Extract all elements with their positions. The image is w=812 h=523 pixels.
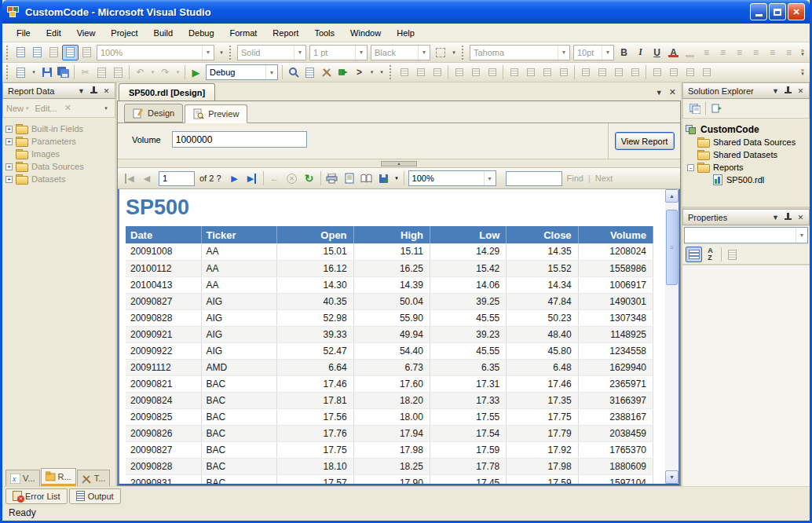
new-dropdown-icon[interactable]: ▾ <box>26 105 29 112</box>
window-position-icon[interactable]: ▼ <box>75 85 87 97</box>
close-panel-icon[interactable]: ✕ <box>795 85 807 97</box>
indent-button[interactable]: ≡ <box>781 45 797 60</box>
dock-tab-toolbox[interactable]: xV... <box>5 470 40 486</box>
cut-button[interactable]: ✂ <box>77 64 93 80</box>
align-lefts-icon[interactable] <box>396 64 412 80</box>
highlight-button[interactable] <box>682 45 698 60</box>
expand-icon[interactable]: + <box>5 126 13 133</box>
save-button[interactable] <box>38 64 55 80</box>
last-page-button[interactable]: ▶ <box>243 170 261 187</box>
document-tab-sp500[interactable]: SP500.rdl [Design] <box>119 83 215 101</box>
tree-item-reports[interactable]: -Reports <box>686 161 808 174</box>
toolbar-grip[interactable] <box>6 46 10 60</box>
align-bottoms-icon[interactable] <box>484 64 500 80</box>
paste-button[interactable] <box>110 64 126 80</box>
tree-item-sp500-rdl[interactable]: SP500.rdl <box>686 174 808 186</box>
toolbar-overflow-icon[interactable]: ▾ <box>377 71 386 74</box>
tree-item-shared-datasets[interactable]: Shared Datasets <box>686 148 808 161</box>
toolbar-grip[interactable] <box>229 46 233 60</box>
edit-button[interactable]: Edit... <box>35 104 57 113</box>
zoom-combo[interactable]: 100%▾ <box>97 45 214 60</box>
menu-view[interactable]: View <box>69 24 104 42</box>
undo-button[interactable]: ↶ <box>132 64 148 80</box>
tab-design[interactable]: Design <box>124 104 183 123</box>
collapse-parameters-icon[interactable]: ▲ <box>381 161 417 166</box>
menu-file[interactable]: File <box>9 24 38 42</box>
tree-item-data-sources[interactable]: +Data Sources <box>5 160 114 173</box>
first-page-button[interactable]: ◀ <box>121 170 138 187</box>
print-layout-button[interactable] <box>341 170 358 187</box>
underline-button[interactable]: U <box>649 45 665 60</box>
tree-item-images[interactable]: Images <box>5 148 114 160</box>
make-same-size-icon[interactable] <box>539 64 555 80</box>
close-button[interactable]: ✕ <box>788 3 805 20</box>
make-horizontal-spacing-equal-icon[interactable] <box>577 64 594 80</box>
solution-configuration-combo[interactable]: Debug▾ <box>206 64 278 80</box>
dock-tab-report-data[interactable]: R... <box>41 468 76 486</box>
new-project-button[interactable] <box>13 64 29 80</box>
menu-tools[interactable]: Tools <box>306 24 342 42</box>
window-position-icon[interactable]: ▼ <box>770 85 781 97</box>
categorized-icon[interactable] <box>686 247 702 262</box>
expand-icon[interactable]: + <box>5 163 13 170</box>
bold-button[interactable]: B <box>616 45 632 60</box>
refresh-icon[interactable] <box>708 101 725 116</box>
align-right-button[interactable]: ≡ <box>731 45 748 60</box>
export-dropdown-icon[interactable]: ▾ <box>393 170 401 187</box>
decrease-vertical-spacing-icon[interactable] <box>682 64 698 80</box>
grouping-toggle-icon[interactable] <box>62 45 79 60</box>
command-window-icon[interactable]: > <box>351 64 368 80</box>
command-dropdown-icon[interactable]: ▾ <box>368 64 376 80</box>
refresh-button[interactable]: ↻ <box>301 170 318 187</box>
menu-debug[interactable]: Debug <box>181 24 221 42</box>
start-without-debugging-icon[interactable] <box>335 64 351 80</box>
increase-vertical-spacing-icon[interactable] <box>665 64 682 80</box>
toolbox-icon[interactable] <box>318 64 335 80</box>
close-panel-icon[interactable]: ✕ <box>101 85 112 97</box>
bullet-list-button[interactable]: ≡ <box>764 45 781 60</box>
menu-build[interactable]: Build <box>146 24 181 42</box>
menu-report[interactable]: Report <box>265 24 306 42</box>
volume-parameter-input[interactable] <box>172 131 307 148</box>
menu-project[interactable]: Project <box>103 24 145 42</box>
tree-item-shared-data-sources[interactable]: Shared Data Sources <box>686 136 808 148</box>
expand-icon[interactable]: + <box>5 138 13 145</box>
report-item-icon[interactable] <box>13 45 29 60</box>
font-size-combo[interactable]: 10pt▾ <box>573 45 614 60</box>
save-all-button[interactable] <box>55 64 71 80</box>
scroll-up-icon[interactable]: ▲ <box>665 189 678 203</box>
align-rights-icon[interactable] <box>429 64 445 80</box>
new-menu-button[interactable]: New <box>6 104 24 113</box>
previous-page-button[interactable]: ◀ <box>138 170 155 187</box>
increase-horizontal-spacing-icon[interactable] <box>594 64 610 80</box>
tab-preview[interactable]: Preview <box>185 104 247 123</box>
scroll-down-icon[interactable]: ▼ <box>665 470 678 484</box>
border-width-combo[interactable]: 1 pt▾ <box>309 45 368 60</box>
auto-hide-pin-icon[interactable] <box>782 85 794 97</box>
toolbar-overflow-icon[interactable]: ▾ <box>101 107 111 110</box>
maximize-button[interactable] <box>769 3 786 20</box>
ruler-toggle-icon[interactable] <box>79 45 95 60</box>
toolbar-grip[interactable] <box>462 46 466 60</box>
active-files-dropdown-icon[interactable]: ▼ <box>656 89 663 97</box>
redo-button[interactable]: ↷ <box>157 64 174 80</box>
find-button[interactable]: Find <box>567 174 583 183</box>
properties-icon[interactable] <box>686 101 703 116</box>
report-properties-icon[interactable] <box>46 45 62 60</box>
properties-window-icon[interactable] <box>302 64 318 80</box>
italic-button[interactable]: I <box>632 45 649 60</box>
collapse-icon[interactable]: - <box>687 164 694 171</box>
auto-hide-pin-icon[interactable] <box>88 85 100 97</box>
report-body-icon[interactable] <box>29 45 46 60</box>
toolbar-overflow-icon[interactable]: ▾ <box>217 51 226 54</box>
report-vertical-scrollbar[interactable]: ▲ ≡ ▼ <box>665 189 678 484</box>
delete-icon[interactable]: ✕ <box>64 103 71 113</box>
menu-window[interactable]: Window <box>342 24 389 42</box>
auto-hide-pin-icon[interactable] <box>782 211 794 223</box>
align-middles-icon[interactable] <box>467 64 484 80</box>
toolbar-grip[interactable] <box>390 65 393 79</box>
tree-item-project-customcode[interactable]: CustomCode <box>686 123 808 136</box>
toolbar-overflow-icon[interactable]: ▾ <box>449 51 459 54</box>
toolbar-grip[interactable] <box>6 65 10 79</box>
find-text-input[interactable] <box>506 171 562 186</box>
